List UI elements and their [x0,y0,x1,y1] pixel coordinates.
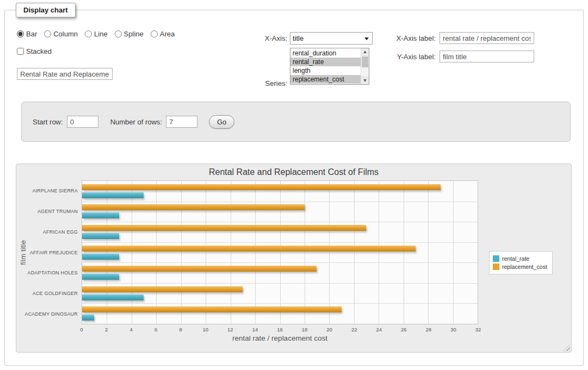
chart-type-option-line[interactable]: Line [85,30,108,38]
category-labels: AIRPLANE SIERRAAGENT TRUMANAFRICAN EGGAF… [16,180,78,324]
bar-replacement_cost [82,225,366,231]
x-tick-label: 28 [426,327,432,333]
x-tick-label: 20 [326,327,332,333]
chart-title: Rental Rate and Replacement Cost of Film… [16,167,571,177]
bar-group [82,242,478,263]
chart-type-option-column[interactable]: Column [44,30,78,38]
stacked-checkbox[interactable] [17,48,24,55]
x-tick-label: 18 [302,327,308,333]
bar-replacement_cost [82,266,317,272]
go-button[interactable]: Go [209,115,234,129]
chart-type-option-bar[interactable]: Bar [17,30,37,38]
x-tick-label: 12 [227,327,233,333]
x-tick-label: 22 [351,327,357,333]
bar-rental_rate [82,212,119,218]
bar-group [82,262,478,283]
chart-type-label: Area [160,30,175,38]
chart-type-label: Spline [124,30,144,38]
bar-rental_rate [82,315,94,321]
x-tick-label: 8 [180,327,182,333]
bar-group [82,202,478,222]
chart-title-input[interactable] [17,68,113,80]
bar-group [82,181,478,202]
xaxis-label-label: X-Axis label: [348,34,436,42]
x-axis-title: rental rate / replacement cost [82,334,478,342]
bar-replacement_cost [82,246,416,252]
bar-rental_rate [82,254,119,260]
display-chart-panel: Display chart Bar Column Line Spline Are… [4,10,584,366]
start-row-input[interactable] [67,116,98,128]
stacked-row: Stacked [17,47,52,57]
stacked-label: Stacked [26,47,52,55]
stacked-option[interactable]: Stacked [17,47,52,55]
bar-replacement_cost [82,184,441,190]
chart-type-radio[interactable] [115,30,122,37]
bar-rental_rate [82,192,144,198]
x-tick-label: 32 [475,327,481,333]
category-label: ADAPTATION HOLES [28,270,78,275]
x-tick-label: 4 [129,327,132,333]
x-tick-label: 30 [450,327,456,333]
chart-type-radio[interactable] [44,30,51,37]
x-tick-label: 24 [376,327,382,333]
chart-type-options: Bar Column Line Spline Area [17,30,175,38]
category-label: AIRPLANE SIERRA [32,188,78,193]
chart-type-radio[interactable] [17,30,24,37]
bar-rental_rate [82,233,119,239]
bar-rental_rate [82,274,119,280]
chart-type-option-area[interactable]: Area [151,30,175,38]
bar-rows [82,181,478,324]
x-tick-label: 2 [105,327,108,333]
series-option[interactable]: replacement_cost [290,75,361,84]
xaxis-select-label: X-Axis: [230,34,287,42]
chart-type-label: Line [94,30,108,38]
num-rows-label: Number of rows: [110,118,162,126]
legend-swatch [493,264,499,270]
x-tick-label: 16 [277,327,283,333]
legend-label: replacement_cost [502,264,547,270]
x-tick-label: 14 [252,327,258,333]
chart-type-option-spline[interactable]: Spline [115,30,144,38]
bar-replacement_cost [82,306,342,312]
legend-swatch [493,255,499,262]
scroll-down-icon[interactable] [361,77,369,84]
bar-replacement_cost [82,286,243,292]
bar-group [82,283,478,304]
panel-legend: Display chart [16,3,76,17]
plot-area [82,180,478,324]
x-tick-label: 6 [154,327,157,333]
chart-type-label: Bar [26,30,37,38]
bar-group [82,303,478,324]
bar-replacement_cost [82,204,305,210]
x-tick-label: 0 [80,327,83,333]
x-tick-label: 26 [401,327,407,333]
chart-type-radio[interactable] [151,30,158,37]
legend-entry: rental_rate [493,255,547,262]
yaxis-label-input[interactable] [440,51,534,62]
num-rows-input[interactable] [166,116,197,128]
category-label: AFFAIR PREJUDICE [30,250,78,255]
series-option[interactable]: length [290,66,361,75]
legend-entry: replacement_cost [493,264,547,270]
resize-handle-icon[interactable] [564,344,570,351]
chart-type-radio[interactable] [85,30,92,37]
category-label: ACADEMY DINOSAUR [24,311,78,317]
category-label: AGENT TRUMAN [38,209,78,214]
bar-rental_rate [82,294,144,300]
chart-legend: rental_ratereplacement_cost [489,251,553,274]
xaxis-label-input[interactable] [440,32,534,44]
series-list-label: Series: [230,79,287,87]
category-label: ACE GOLDFINGER [33,291,78,296]
chart-container: Rental Rate and Replacement Cost of Film… [16,164,572,353]
rows-panel: Start row: Number of rows: Go [21,102,571,142]
start-row-label: Start row: [33,118,63,126]
x-tick-label: 10 [203,327,209,333]
bar-group [82,222,478,242]
x-ticks: 02468101214161820222426283032 [82,327,478,333]
yaxis-label-label: Y-Axis label: [348,53,436,61]
legend-label: rental_rate [502,255,529,262]
chart-type-label: Column [53,30,78,38]
category-label: AFRICAN EGG [43,229,78,235]
